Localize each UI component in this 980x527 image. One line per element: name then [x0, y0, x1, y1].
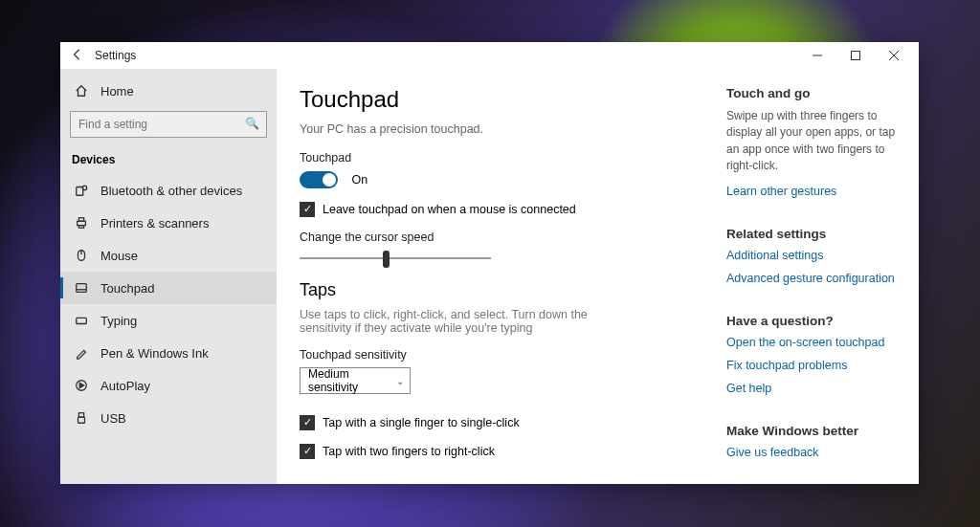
advanced-gesture-link[interactable]: Advanced gesture configuration — [726, 272, 904, 285]
back-button[interactable] — [66, 48, 89, 64]
sidebar-item-label: Pen & Windows Ink — [100, 346, 209, 361]
slider-thumb[interactable] — [383, 251, 390, 268]
sidebar-item-label: USB — [100, 411, 126, 426]
check-icon: ✓ — [300, 444, 315, 459]
sidebar-item-label: AutoPlay — [100, 379, 150, 393]
cursor-speed-label: Change the cursor speed — [300, 231, 703, 244]
tap-single-label: Tap with a single finger to single-click — [323, 416, 520, 429]
additional-settings-link[interactable]: Additional settings — [726, 249, 904, 262]
sidebar-item-autoplay[interactable]: AutoPlay — [60, 369, 277, 402]
keyboard-icon — [72, 314, 91, 327]
get-help-link[interactable]: Get help — [726, 382, 904, 395]
sidebar-home-label: Home — [100, 84, 134, 99]
sensitivity-select[interactable]: Medium sensitivity ⌄ — [300, 367, 411, 394]
learn-gestures-link[interactable]: Learn other gestures — [726, 185, 904, 198]
sidebar-item-mouse[interactable]: Mouse — [60, 239, 277, 272]
touchpad-icon — [72, 281, 91, 295]
sidebar-item-label: Touchpad — [100, 281, 154, 296]
tap-double-checkbox[interactable]: ✓ Tap with two fingers to right-click — [300, 444, 703, 459]
svg-rect-10 — [77, 318, 87, 323]
mouse-icon — [72, 249, 91, 262]
sidebar-item-pen[interactable]: Pen & Windows Ink — [60, 337, 277, 369]
touchpad-toggle-label: Touchpad — [300, 151, 703, 165]
touchpad-toggle-state: On — [351, 173, 368, 187]
tap-single-checkbox[interactable]: ✓ Tap with a single finger to single-cli… — [300, 415, 703, 430]
question-heading: Have a question? — [726, 314, 904, 328]
bluetooth-icon — [72, 184, 91, 197]
svg-rect-8 — [77, 284, 87, 293]
printer-icon — [72, 216, 91, 230]
sensitivity-label: Touchpad sensitivity — [300, 348, 703, 362]
maximize-button[interactable] — [836, 42, 875, 69]
svg-point-2 — [82, 186, 86, 189]
svg-rect-5 — [78, 226, 83, 229]
cursor-speed-slider[interactable] — [300, 257, 491, 259]
sidebar-item-label: Mouse — [100, 249, 138, 263]
taps-description: Use taps to click, right-click, and sele… — [300, 308, 615, 335]
touch-go-text: Swipe up with three fingers to display a… — [726, 108, 904, 175]
sensitivity-value: Medium sensitivity — [308, 367, 389, 394]
leave-on-label: Leave touchpad on when a mouse is connec… — [323, 203, 576, 216]
sidebar-item-label: Bluetooth & other devices — [100, 184, 242, 198]
settings-window: Settings Home 🔍 Devices Bluetooth & othe… — [60, 42, 919, 484]
taps-heading: Taps — [300, 280, 703, 300]
better-heading: Make Windows better — [726, 424, 904, 438]
sidebar-item-label: Typing — [100, 314, 137, 328]
precision-text: Your PC has a precision touchpad. — [300, 122, 703, 136]
chevron-down-icon: ⌄ — [396, 376, 404, 386]
right-pane: Touch and go Swipe up with three fingers… — [726, 69, 918, 484]
leave-on-checkbox[interactable]: ✓ Leave touchpad on when a mouse is conn… — [300, 202, 703, 217]
main-pane: Touchpad Your PC has a precision touchpa… — [277, 69, 919, 484]
usb-icon — [72, 411, 91, 425]
search-icon: 🔍 — [245, 117, 259, 130]
fix-problems-link[interactable]: Fix touchpad problems — [726, 359, 904, 372]
sidebar-item-label: Printers & scanners — [100, 216, 209, 231]
autoplay-icon — [72, 379, 91, 392]
tap-double-label: Tap with two fingers to right-click — [323, 445, 495, 458]
home-icon — [72, 84, 91, 98]
sidebar-item-bluetooth[interactable]: Bluetooth & other devices — [60, 174, 277, 207]
titlebar: Settings — [60, 42, 919, 69]
related-heading: Related settings — [726, 227, 904, 241]
sidebar-home[interactable]: Home — [60, 75, 277, 107]
window-title: Settings — [89, 49, 136, 62]
search-input[interactable] — [70, 111, 267, 138]
sidebar: Home 🔍 Devices Bluetooth & other devices… — [60, 69, 277, 484]
sidebar-item-usb[interactable]: USB — [60, 402, 277, 434]
feedback-link[interactable]: Give us feedback — [726, 446, 904, 459]
check-icon: ✓ — [300, 202, 315, 217]
open-onscreen-link[interactable]: Open the on-screen touchpad — [726, 336, 904, 349]
sidebar-section-title: Devices — [60, 147, 277, 174]
svg-rect-0 — [852, 52, 860, 60]
pen-icon — [72, 346, 91, 360]
sidebar-item-touchpad[interactable]: Touchpad — [60, 272, 277, 304]
svg-rect-16 — [78, 417, 85, 423]
minimize-button[interactable] — [798, 42, 836, 69]
touchpad-toggle[interactable] — [300, 171, 338, 188]
close-button[interactable] — [875, 42, 913, 69]
sidebar-item-typing[interactable]: Typing — [60, 304, 277, 337]
touch-go-heading: Touch and go — [726, 86, 904, 100]
check-icon: ✓ — [300, 415, 315, 430]
sidebar-item-printers[interactable]: Printers & scanners — [60, 207, 277, 239]
page-title: Touchpad — [300, 86, 703, 113]
svg-rect-4 — [78, 218, 83, 222]
